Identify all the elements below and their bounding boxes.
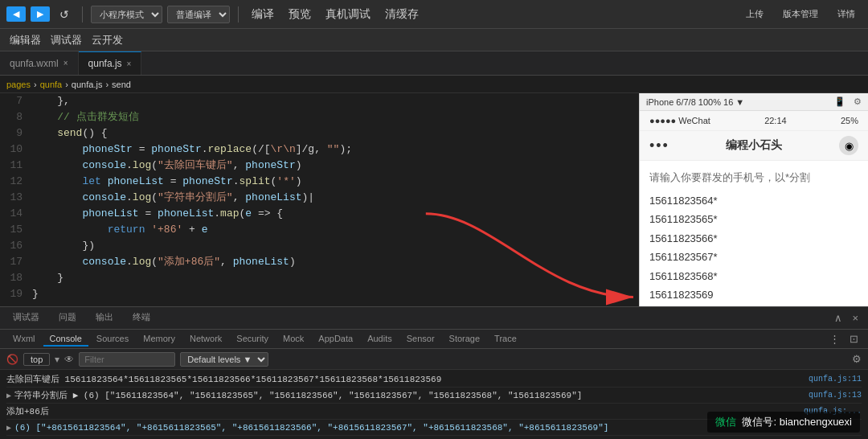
console-top-filter[interactable]: top [23, 353, 50, 366]
console-tab-network[interactable]: Network [183, 332, 228, 347]
console-tab-audits[interactable]: Audits [361, 332, 399, 347]
code-area: 7 8 9 10 11 12 13 14 15 16 17 18 19 }, /… [0, 93, 639, 306]
console-filter-bar: 🚫 top ▾ 👁 Default levels ▼ ⚙ [0, 349, 868, 370]
console-line-1: 去除回车键后 15611823564*15611823565*156118235… [6, 371, 862, 388]
phone-signal: ●●●●● WeChat [649, 116, 710, 125]
tab-qunfa-wxml[interactable]: qunfa.wxml × [0, 51, 79, 75]
console-tab-memory[interactable]: Memory [137, 332, 182, 347]
line-numbers: 7 8 9 10 11 12 13 14 15 16 17 18 19 [0, 93, 29, 306]
console-filter-input[interactable] [79, 352, 175, 367]
real-device-btn[interactable]: 真机调试 [321, 6, 375, 23]
console-tab-storage[interactable]: Storage [443, 332, 487, 347]
phone-record-btn[interactable]: ◉ [839, 136, 858, 155]
forward-btn[interactable]: ▶ [31, 6, 50, 22]
console-level-select[interactable]: Default levels ▼ [180, 352, 268, 367]
editor-btn[interactable]: 编辑器 [6, 31, 44, 49]
debug-btn[interactable]: 调试器 [47, 31, 85, 49]
code-line-13: console.log("字符串分割后", phoneList)| [32, 190, 639, 206]
console-tab-console[interactable]: Console [43, 332, 88, 347]
phone-time: 22:14 [764, 116, 787, 125]
console-file-1[interactable]: qunfa.js:11 [809, 375, 862, 384]
code-line-12: let phoneList = phoneStr.split('*') [32, 174, 639, 190]
code-content[interactable]: }, // 点击群发短信 send() { phoneStr = phoneSt… [29, 93, 639, 306]
tab-js-close[interactable]: × [127, 59, 132, 68]
code-line-8: // 点击群发短信 [32, 109, 639, 125]
wechat-logo: 微信 [715, 416, 736, 428]
devtools-tab-terminal[interactable]: 终端 [126, 310, 157, 326]
console-file-2[interactable]: qunfa.js:13 [809, 391, 862, 400]
console-tab-sensor[interactable]: Sensor [400, 332, 441, 347]
phone-num-4: 15611823567* [649, 248, 858, 266]
console-tab-appdata[interactable]: AppData [312, 332, 359, 347]
devtools-tab-issues[interactable]: 问题 [52, 310, 83, 326]
console-tab-wxml[interactable]: Wxml [6, 332, 42, 347]
phone-dots: ••• [649, 137, 669, 154]
breadcrumb-qunfa: qunfa [40, 80, 63, 89]
phone-icon[interactable]: 📱 [834, 96, 845, 107]
cache-btn[interactable]: 清缓存 [380, 6, 424, 23]
phone-num-6: 15611823569 [649, 285, 858, 304]
watermark: 微信 微信号: bianchengxuexi [707, 412, 860, 433]
phone-title-bar: ••• 编程小石头 ◉ [640, 131, 868, 161]
mode-select[interactable]: 小程序模式 [91, 6, 162, 23]
cloud-btn[interactable]: 云开发 [88, 31, 126, 49]
devtools-minimize-btn[interactable]: ∧ [831, 311, 845, 325]
console-tab-mock[interactable]: Mock [276, 332, 310, 347]
console-expand-4[interactable]: ▶ [6, 423, 11, 433]
console-error-icon: 🚫 [6, 354, 18, 365]
compile-select[interactable]: 普通编译 [167, 6, 230, 23]
breadcrumb: pages › qunfa › qunfa.js › send [0, 76, 868, 93]
console-settings-btn[interactable]: ⚙ [852, 353, 862, 365]
code-line-9: send() { [32, 125, 639, 142]
main-content: 7 8 9 10 11 12 13 14 15 16 17 18 19 }, /… [0, 93, 868, 306]
settings-icon[interactable]: ⚙ [854, 96, 862, 107]
phone-num-1: 15611823564* [649, 191, 858, 210]
console-text-3: 添加+86后 [6, 405, 800, 417]
tab-qunfa-js[interactable]: qunfa.js × [79, 51, 142, 75]
code-line-14: phoneList = phoneList.map(e => { [32, 206, 639, 222]
version-btn[interactable]: 版本管理 [776, 6, 825, 22]
console-text-1: 去除回车键后 15611823564*15611823565*156118235… [6, 373, 805, 385]
phone-num-3: 15611823566* [649, 229, 858, 248]
back-btn[interactable]: ◀ [6, 6, 26, 22]
devtools-tabs-bar: 调试器 问题 输出 终端 ∧ × [0, 307, 868, 330]
phone-screen: ●●●●● WeChat 22:14 25% ••• 编程小石头 ◉ 请输入你要… [640, 111, 868, 306]
console-tab-sources[interactable]: Sources [90, 332, 135, 347]
console-extra-btns: ⋮ ⊡ [826, 332, 862, 346]
devtools-close-btn[interactable]: × [849, 311, 862, 325]
breadcrumb-pages: pages [6, 80, 31, 89]
details-btn[interactable]: 详情 [831, 6, 862, 22]
code-editor: 7 8 9 10 11 12 13 14 15 16 17 18 19 }, /… [0, 93, 639, 306]
code-line-18: } [32, 270, 639, 286]
preview-btn[interactable]: 预览 [284, 6, 316, 23]
breadcrumb-send: send [112, 80, 131, 89]
console-settings2-btn[interactable]: ⊡ [846, 332, 862, 346]
console-more-btn[interactable]: ⋮ [826, 332, 843, 346]
compile-btn[interactable]: 编译 [247, 6, 279, 23]
phone-preview-panel: iPhone 6/7/8 100% 16 ▼ 📱 ⚙ ●●●●● WeChat … [639, 93, 868, 306]
console-tab-security[interactable]: Security [230, 332, 275, 347]
refresh-btn[interactable]: ↺ [55, 6, 74, 23]
toolbar-right: 上传 版本管理 详情 [739, 6, 862, 22]
phone-num-5: 15611823568* [649, 267, 858, 285]
sep-2: › [65, 80, 68, 89]
tab-wxml-label: qunfa.wxml [10, 58, 59, 69]
console-prompt-line[interactable]: > [6, 436, 862, 439]
tab-wxml-close[interactable]: × [63, 59, 68, 68]
console-tabs-bar: Wxml Console Sources Memory Network Secu… [0, 330, 868, 349]
devtools-tab-debugger[interactable]: 调试器 [6, 310, 46, 326]
console-expand-2[interactable]: ▶ [6, 391, 11, 400]
phone-status-bar: ●●●●● WeChat 22:14 25% [640, 111, 868, 131]
phone-input-area: 请输入你要群发的手机号，以*分割 15611823564* 1561182356… [640, 161, 868, 306]
sep2 [238, 6, 239, 23]
console-eye-icon: 👁 [64, 354, 74, 365]
devtools-tab-output[interactable]: 输出 [89, 310, 120, 326]
second-toolbar: 编辑器 调试器 云开发 [0, 29, 868, 51]
phone-number-list: 15611823564* 15611823565* 15611823566* 1… [649, 191, 858, 304]
tab-bar: qunfa.wxml × qunfa.js × [0, 51, 868, 76]
console-tab-trace[interactable]: Trace [488, 332, 523, 347]
toolbar-icons: 📱 ⚙ [834, 96, 862, 107]
code-line-10: phoneStr = phoneStr.replace(/[\r\n]/g, "… [32, 142, 639, 158]
device-info: iPhone 6/7/8 100% 16 ▼ [646, 97, 744, 107]
upload-btn[interactable]: 上传 [739, 6, 770, 22]
